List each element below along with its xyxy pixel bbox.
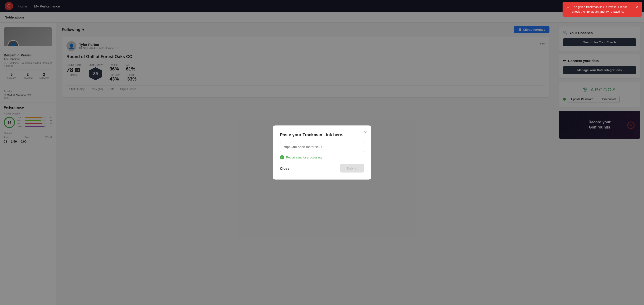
error-banner: ⚠ The given trackman link is invalid. Pl… (562, 2, 642, 16)
modal-close-btn[interactable]: Close (280, 166, 290, 170)
modal-success-message: ✓ Report sent for processing (280, 155, 364, 160)
modal-overlay[interactable]: Paste your Trackman Link here. × ✓ Repor… (0, 0, 644, 305)
modal-submit-btn[interactable]: Submit (340, 164, 364, 172)
trackman-modal: Paste your Trackman Link here. × ✓ Repor… (273, 126, 371, 180)
success-text: Report sent for processing (286, 156, 322, 159)
success-check-icon: ✓ (280, 155, 284, 160)
error-banner-text: The given trackman link is invalid. Plea… (572, 5, 634, 14)
error-banner-close[interactable]: × (636, 5, 638, 9)
trackman-link-input[interactable] (280, 142, 364, 152)
modal-footer: Close Submit (280, 164, 364, 172)
modal-title: Paste your Trackman Link here. (280, 132, 364, 138)
modal-close-x[interactable]: × (364, 129, 367, 135)
warning-icon: ⚠ (566, 5, 570, 10)
